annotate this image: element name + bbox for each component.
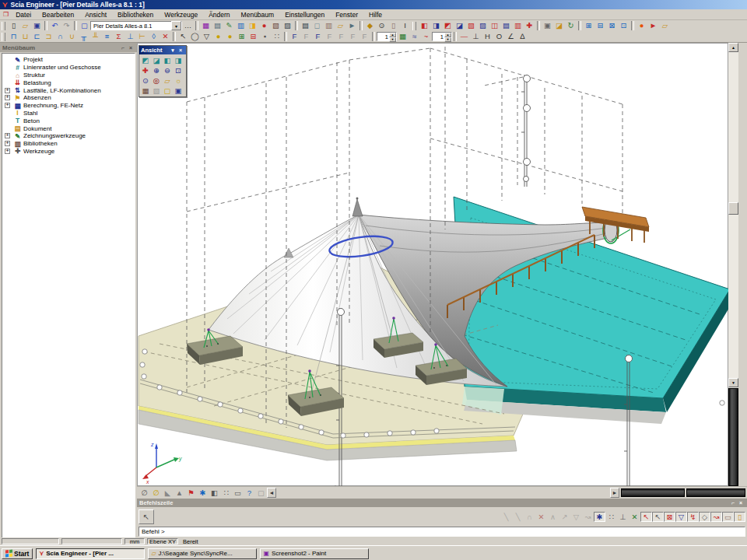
snap-direction-icon[interactable]: ↗ bbox=[559, 512, 570, 522]
menu-aendern[interactable]: Ändern bbox=[203, 10, 235, 19]
clip-plane-icon[interactable]: ∅ bbox=[150, 488, 162, 498]
expand-box[interactable] bbox=[5, 149, 10, 154]
toolbar-grip[interactable] bbox=[412, 22, 416, 30]
toolbar-grip[interactable] bbox=[2, 22, 5, 30]
note-icon[interactable]: ▭ bbox=[232, 488, 244, 498]
select-circle-icon[interactable]: ◯ bbox=[189, 32, 201, 42]
project-combobox[interactable]: Pier Details Alles-a 8.1 ▾ bbox=[90, 21, 182, 30]
dots-icon[interactable]: ∷ bbox=[271, 32, 282, 42]
menu-bibliotheken[interactable]: Bibliotheken bbox=[112, 10, 159, 19]
move-node-icon[interactable]: ✚ bbox=[524, 21, 535, 31]
results-icon[interactable]: ~ bbox=[420, 32, 432, 42]
select-cursor-icon[interactable]: ↖ bbox=[177, 32, 189, 42]
help-window-icon[interactable]: ? bbox=[244, 488, 255, 498]
edge-snap-icon[interactable]: ↖ bbox=[652, 512, 664, 522]
panel-close-icon[interactable]: × bbox=[127, 44, 135, 51]
cascade-window-3-icon[interactable]: ⊠ bbox=[606, 21, 618, 31]
panel-pin-icon[interactable]: ⌐ bbox=[119, 44, 127, 51]
endpoint-snap-icon[interactable]: ✕ bbox=[629, 512, 640, 522]
link-icon[interactable]: ⊞ bbox=[236, 32, 247, 42]
member-tool-2-icon[interactable]: ◨ bbox=[430, 21, 442, 31]
menu-einstellungen[interactable]: Einstellungen bbox=[279, 10, 330, 19]
sidebar-item-belastung[interactable]: ⇊ Belastung bbox=[2, 79, 135, 86]
cascade-window-4-icon[interactable]: ⊡ bbox=[618, 21, 630, 31]
print-preview-icon[interactable]: ◻ bbox=[311, 21, 323, 31]
ansicht-palette[interactable]: Ansicht ▾ × ◩ ◪ ◧ ◨ ✚ ⊕ ⊖ ⊡ ⊙ bbox=[139, 45, 187, 97]
cursor-mode-button[interactable]: ↖ bbox=[139, 509, 154, 524]
shell-icon[interactable]: ⊐ bbox=[43, 32, 54, 42]
ruler-icon[interactable]: ◣ bbox=[162, 488, 174, 498]
select-polygon-icon[interactable]: ▽ bbox=[201, 32, 212, 42]
snap-angle-icon[interactable]: ∧ bbox=[547, 512, 559, 522]
snowflake-icon[interactable]: ✱ bbox=[197, 488, 209, 498]
status-unit[interactable]: mm bbox=[124, 538, 145, 544]
sidebar-item-berechnung[interactable]: ▦ Berechnung, FE-Netz bbox=[2, 102, 135, 110]
loadcase-window-2-icon[interactable]: F bbox=[300, 32, 312, 42]
fix-support-icon[interactable]: ⊥ bbox=[124, 32, 136, 42]
plate-icon[interactable]: ⊏ bbox=[31, 32, 43, 42]
menu-hilfe[interactable]: Hilfe bbox=[363, 10, 388, 19]
material-icon[interactable]: ◊ bbox=[148, 32, 160, 42]
view-axo-4-icon[interactable]: ◨ bbox=[173, 55, 184, 65]
menu-datei[interactable]: Datei bbox=[10, 10, 37, 19]
zoom-all-icon[interactable]: ⊙ bbox=[140, 75, 151, 86]
dot-grid-icon[interactable]: ∷ bbox=[220, 488, 232, 498]
pair-dot-2-icon[interactable]: ● bbox=[224, 32, 236, 42]
unlink-icon[interactable]: ⊟ bbox=[247, 32, 259, 42]
menu-menuebaum[interactable]: Menübaum bbox=[236, 10, 280, 19]
loadcase-window-1-icon[interactable]: F bbox=[289, 32, 300, 42]
sidebar-item-stahl[interactable]: I Stahl bbox=[2, 110, 135, 117]
viewport-vscrollbar[interactable]: ▲ ▼ bbox=[728, 43, 738, 388]
delete-snap-icon[interactable]: ⊠ bbox=[664, 512, 675, 522]
vscrollbar-thumb[interactable] bbox=[728, 202, 738, 215]
snap-arc-icon[interactable]: ∩ bbox=[524, 512, 535, 522]
delete-icon[interactable]: ✕ bbox=[160, 32, 171, 42]
expand-box[interactable] bbox=[5, 133, 10, 138]
scroll-down-icon[interactable]: ▼ bbox=[728, 378, 738, 387]
clipboard-icon[interactable]: ▯ bbox=[388, 21, 399, 31]
visibility-folder-icon[interactable]: ▱ bbox=[162, 75, 173, 86]
zoom-user-icon[interactable]: ✚ bbox=[140, 65, 151, 75]
view-axo-2-icon[interactable]: ◪ bbox=[151, 55, 162, 65]
title-bar[interactable]: ⋎ Scia Engineer - [Pier Details Alles-a … bbox=[0, 0, 747, 9]
expand-box[interactable] bbox=[5, 141, 10, 146]
light-bulb-icon[interactable]: ☼ bbox=[173, 75, 184, 86]
sidebar-item-werkzeuge[interactable]: ✚ Werkzeuge bbox=[2, 148, 135, 156]
flag-icon[interactable]: ⚑ bbox=[185, 488, 197, 498]
dimension-tool-icon[interactable]: ∆ bbox=[517, 32, 528, 42]
cursor-snap-icon[interactable]: ✱ bbox=[594, 512, 605, 522]
wireframe-window-icon[interactable]: ▢ bbox=[162, 86, 173, 96]
dark-scroll-bar-vertical[interactable] bbox=[728, 388, 738, 486]
import-view-icon[interactable]: ◪ bbox=[553, 21, 565, 31]
loadcase-window-6-icon[interactable]: F bbox=[347, 32, 359, 42]
wizard-icon[interactable]: ▦ bbox=[200, 21, 212, 31]
circle-tool-icon[interactable]: O bbox=[493, 32, 505, 42]
view-store-2-icon[interactable]: ▧ bbox=[151, 86, 162, 96]
dark-scroll-bar-2[interactable] bbox=[686, 488, 745, 497]
member-tool-5-icon[interactable]: ▧ bbox=[465, 21, 477, 31]
toolbar-grip[interactable] bbox=[2, 33, 5, 41]
status-plane[interactable]: Ebene XY bbox=[147, 538, 178, 544]
task-explorer-folder[interactable]: ▱ J:\Seagate Sync\SyncRe... bbox=[148, 548, 257, 559]
zoom-window-icon[interactable]: ⊡ bbox=[173, 65, 184, 75]
import-icon[interactable]: ◨ bbox=[247, 21, 258, 31]
beam-icon[interactable]: ⊓ bbox=[8, 32, 19, 42]
palette-close-icon[interactable]: × bbox=[177, 47, 184, 54]
opening-icon[interactable]: ∪ bbox=[66, 32, 78, 42]
viewport-scroll-left-button[interactable]: ◄ bbox=[267, 488, 276, 498]
tangent-snap-icon[interactable]: ↝ bbox=[710, 512, 722, 522]
gallery-icon[interactable]: ▤ bbox=[212, 21, 223, 31]
sidebar-item-linienraster[interactable]: # Linienraster und Geschosse bbox=[2, 64, 135, 72]
print-icon[interactable]: ▤ bbox=[300, 21, 311, 31]
chart-icon[interactable]: ▲ bbox=[174, 488, 185, 498]
expand-box[interactable] bbox=[5, 103, 10, 108]
snap-curve-icon[interactable]: ↝ bbox=[582, 512, 594, 522]
perpendicular-snap-icon[interactable]: ⊥ bbox=[617, 512, 629, 522]
sidebar-item-dokument[interactable]: ▤ Dokument bbox=[2, 124, 135, 132]
node-icon[interactable]: ╥ bbox=[78, 32, 89, 42]
cascade-window-2-icon[interactable]: ⊟ bbox=[594, 21, 606, 31]
grid-snap-icon[interactable]: ∷ bbox=[605, 512, 617, 522]
angle-tool-icon[interactable]: ∠ bbox=[505, 32, 517, 42]
snap-line-icon[interactable]: ╲ bbox=[500, 512, 512, 522]
scroll-up-icon[interactable]: ▲ bbox=[728, 43, 738, 52]
